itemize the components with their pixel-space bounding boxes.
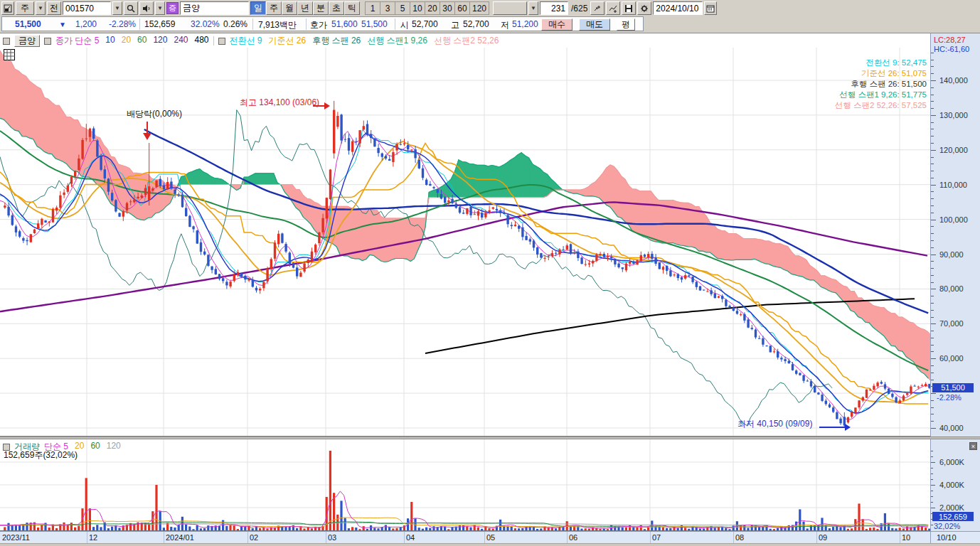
price-axis[interactable]: LC:28,27 HC:-61,60 51,500 -2.28% 140,000…: [930, 33, 980, 437]
legend-stock-name[interactable]: 금양: [14, 35, 40, 47]
price-axis-tick: [931, 428, 936, 429]
code-dropdown-arrow[interactable]: ▼: [112, 1, 122, 15]
interval-10[interactable]: 10: [410, 1, 425, 15]
date-axis-separator: [326, 532, 326, 544]
volume-axis-label: 2,000K: [939, 503, 964, 512]
ichimoku-group-checkbox[interactable]: [218, 38, 225, 45]
pane-splitter[interactable]: [0, 437, 980, 439]
tab-일[interactable]: 일: [250, 1, 266, 15]
volume-axis-tick: [931, 491, 933, 491]
bottom-scrollbar[interactable]: [0, 543, 980, 546]
jeon-button[interactable]: 전: [47, 1, 61, 15]
price-axis-tick: [931, 185, 936, 186]
stock-code-input[interactable]: [63, 1, 111, 15]
stock-series-checkbox[interactable]: [3, 38, 10, 45]
settings-button[interactable]: [637, 1, 651, 15]
price-axis-tick: [931, 393, 936, 394]
date-axis-separator: [164, 532, 164, 544]
legend-ma-item: 120: [153, 35, 167, 47]
interval-30[interactable]: 30: [440, 1, 455, 15]
price-axis-tick: [931, 115, 936, 116]
tab-초[interactable]: 초: [329, 1, 344, 15]
volume-chart[interactable]: [0, 439, 930, 531]
price-axis-tick: [931, 213, 934, 213]
price-axis-tick: [931, 345, 934, 346]
date-axis[interactable]: 2023/11122024/01020304050607080910: [0, 531, 930, 543]
dock-panel-button[interactable]: [1, 1, 14, 15]
legend-volume-item: 60: [90, 441, 100, 453]
volume-axis-tick: [931, 496, 933, 497]
indicator-value: 후행 스팬 26: 51,500: [835, 79, 927, 90]
sound-button[interactable]: [139, 1, 154, 15]
price-axis-tick: [931, 351, 934, 352]
price-axis-tick: [931, 400, 934, 401]
low-label: 저: [501, 19, 509, 31]
price-axis-tick: [931, 136, 934, 136]
interval-60[interactable]: 60: [454, 1, 470, 15]
price-axis-tick: [931, 247, 934, 248]
extra-combo[interactable]: [493, 1, 527, 15]
bar-count-input[interactable]: [540, 1, 568, 15]
calendar-icon: [706, 4, 715, 13]
turnover-pct: 32.02%: [191, 19, 220, 29]
date-axis-separator: [900, 532, 900, 544]
date-axis-separator: [404, 532, 405, 544]
bar-count-total: /625: [570, 4, 589, 14]
tab-년[interactable]: 년: [297, 1, 313, 15]
tab-주[interactable]: 주: [266, 1, 282, 15]
calendar-button[interactable]: [704, 1, 717, 15]
volume-axis[interactable]: × 152,659 32,02% 6,000K4,000K2,000K: [930, 439, 980, 531]
date-axis-label: 02: [250, 533, 258, 542]
volume-axis-tick: [931, 456, 933, 457]
price-axis-tick: [931, 310, 934, 311]
price-axis-tick: [931, 289, 936, 289]
period-tab-group: 일주월년분초틱: [250, 1, 360, 15]
price-axis-tick: [931, 157, 934, 158]
date-input[interactable]: [653, 1, 703, 15]
interval-20[interactable]: 20: [425, 1, 440, 15]
interval-5[interactable]: 5: [395, 1, 410, 15]
dock-panel-icon: [4, 4, 12, 13]
tab-틱[interactable]: 틱: [344, 1, 360, 15]
interval-1[interactable]: 1: [365, 1, 380, 15]
price-axis-tick: [931, 220, 936, 220]
search-button[interactable]: [124, 1, 138, 15]
sound-dropdown-arrow[interactable]: ▼: [155, 1, 165, 15]
interval-3[interactable]: 3: [380, 1, 395, 15]
chart-grid-settings-icon[interactable]: [4, 49, 15, 60]
period-combo[interactable]: 주: [16, 1, 34, 15]
crosshair-tool-button[interactable]: [590, 1, 604, 15]
interval-120[interactable]: 120: [469, 1, 489, 15]
stock-name-input[interactable]: [180, 1, 249, 15]
trendline-tool-button[interactable]: [606, 1, 620, 15]
volume-value: 152,659: [144, 19, 175, 29]
price-axis-tick: [931, 178, 934, 178]
date-axis-separator: [567, 532, 568, 544]
extra-combo-arrow[interactable]: ▼: [528, 1, 538, 15]
save-button[interactable]: [622, 1, 636, 15]
date-axis-label: 09: [819, 533, 827, 542]
volume-axis-tick: [931, 468, 933, 469]
price-axis-tick: [931, 108, 934, 109]
collapse-pane-icon[interactable]: ×: [969, 442, 977, 450]
date-axis-label: 07: [652, 533, 661, 542]
buy-button[interactable]: 매수: [541, 18, 572, 31]
sell-button[interactable]: 매도: [579, 18, 610, 31]
price-axis-label: 60,000: [939, 354, 964, 363]
tab-분[interactable]: 분: [313, 1, 329, 15]
volume-axis-label: 4,000K: [939, 481, 964, 489]
date-axis-separator: [484, 532, 485, 544]
main-toolbar: 주 ▼ 전 ▼ ▼ 증 일주월년분초틱 13510203060120 ▼ /62…: [0, 0, 980, 16]
volume-axis-tick: [931, 519, 933, 520]
open-label: 시: [400, 19, 409, 31]
volume-axis-tick: [931, 502, 933, 503]
date-axis-label: 08: [735, 533, 744, 542]
speaker-icon: [142, 4, 151, 13]
period-combo-arrow[interactable]: ▼: [36, 1, 46, 15]
tab-월[interactable]: 월: [282, 1, 297, 15]
avg-button[interactable]: 평: [617, 18, 635, 31]
legend-ma-item: 60: [137, 35, 147, 47]
main-chart[interactable]: [0, 33, 930, 437]
ma-group-checkbox[interactable]: [44, 38, 51, 45]
high-price: 52,700: [463, 19, 489, 29]
